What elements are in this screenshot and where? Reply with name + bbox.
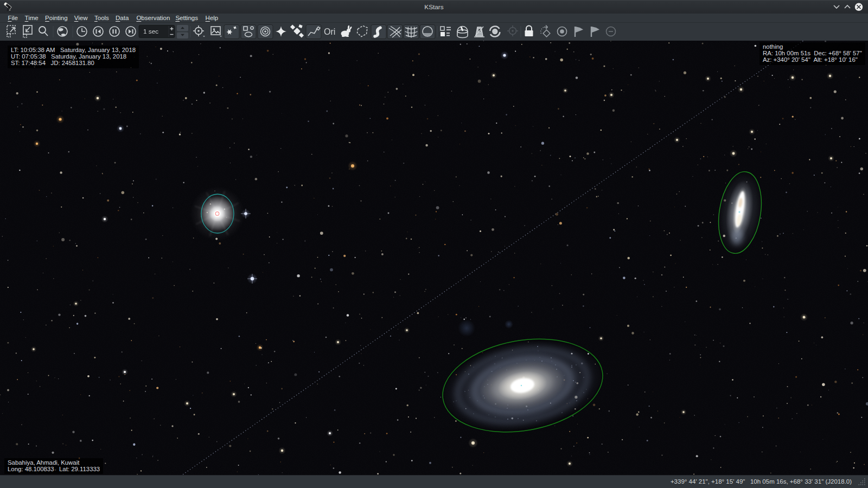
svg-text:Ori: Ori	[324, 27, 335, 36]
svg-text:1 sec: 1 sec	[143, 28, 158, 35]
